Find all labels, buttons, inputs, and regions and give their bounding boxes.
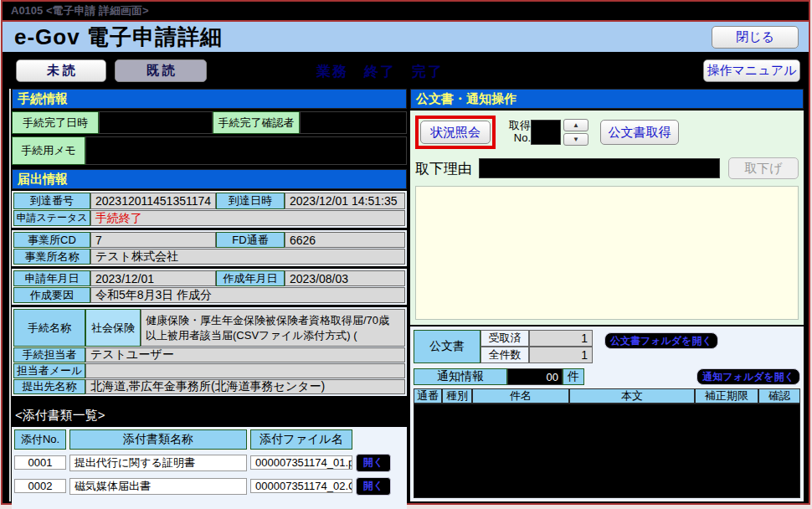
notice-col-confirm: 確認 — [758, 388, 800, 404]
notice-unit-label: 件 — [563, 368, 584, 385]
dest-value: 北海道,帯広年金事務所(北海道事務センター) — [85, 379, 405, 394]
reason-value: 令和5年8月3日 作成分 — [90, 287, 405, 303]
office-cd-label: 事業所CD — [13, 232, 90, 248]
procedure-name-group: 手続名称 社会保険 健康保険・厚生年金保険被保険者資格取得届/70歳以上被用者該… — [12, 307, 407, 396]
completed-at-field[interactable] — [99, 111, 213, 134]
total-label: 全件数 — [481, 347, 529, 363]
attach-row-no: 0002 — [14, 479, 66, 493]
attachments-heading: <添付書類一覧> — [15, 408, 407, 424]
table-filler — [14, 496, 404, 509]
attach-row-file: 000007351174_01.p — [250, 455, 352, 470]
proc-name-label: 手続名称 — [13, 309, 85, 347]
arrival-dt-value: 2023/12/01 14:51:35 — [285, 193, 405, 209]
arrival-group: 到達番号 202312011451351174 到達日時 2023/12/01 … — [12, 191, 407, 228]
proc-category: 社会保険 — [85, 309, 141, 347]
unread-button[interactable]: 未 読 — [16, 59, 106, 82]
confirmer-field[interactable] — [300, 111, 407, 134]
acquire-no-spinner: ▲ ▼ — [563, 119, 588, 146]
received-label: 受取済 — [481, 330, 529, 347]
attach-row-name: 磁気媒体届出書 — [69, 478, 247, 495]
office-cd-value: 7 — [90, 232, 216, 248]
create-date-value: 2023/08/03 — [285, 270, 405, 286]
arrival-no-label: 到達番号 — [13, 193, 90, 209]
withdraw-button[interactable]: 取下げ — [728, 157, 799, 179]
office-name-label: 事業所名称 — [13, 249, 90, 265]
system-label: A0105 <電子申請 詳細画面> — [11, 3, 149, 18]
official-doc-counts: 公文書 受取済 1 全件数 1 公文書フォルダを開く — [414, 330, 800, 363]
dates-group: 申請年月日 2023/12/01 作成年月日 2023/08/03 作成要因 令… — [12, 269, 407, 305]
doc-ops-header: 公文書・通知操作 — [410, 89, 804, 109]
left-panel: 手続情報 手続完了日時 手続完了確認者 手続用メモ 届出情報 到達番号 2023… — [9, 89, 407, 501]
open-file-button[interactable]: 開く — [356, 477, 391, 496]
main-content: 手続情報 手続完了日時 手続完了確認者 手続用メモ 届出情報 到達番号 2023… — [3, 89, 809, 501]
arrival-no-value: 202312011451351174 — [90, 193, 216, 209]
memo-field[interactable] — [85, 136, 407, 165]
toolbar: 未 読 既 読 業務 終了 完了 操作マニュアル — [3, 52, 809, 89]
doc-acquire-button[interactable]: 公文書取得 — [600, 120, 679, 145]
received-value: 1 — [529, 330, 593, 347]
report-info-header: 届出情報 — [12, 169, 407, 189]
status-inquiry-highlight: 状況照会 — [415, 116, 496, 149]
completed-at-label: 手続完了日時 — [12, 111, 99, 134]
office-name-value: テスト株式会社 — [90, 249, 405, 265]
staff-value: テストユーザー — [85, 347, 405, 362]
staff-mail-value — [85, 363, 405, 378]
reason-label: 作成要因 — [13, 287, 90, 303]
confirmer-label: 手続完了確認者 — [213, 111, 300, 134]
close-button[interactable]: 閉じる — [712, 26, 799, 49]
status-inquiry-button[interactable]: 状況照会 — [420, 121, 491, 144]
attachments-table: 添付No. 添付書類名称 添付ファイル名 0001 提出代行に関する証明書 00… — [12, 427, 407, 509]
spinner-up-icon[interactable]: ▲ — [563, 119, 588, 131]
memo-label: 手続用メモ — [12, 136, 85, 165]
status-value: 手続終了 — [90, 210, 405, 226]
open-file-button[interactable]: 開く — [356, 454, 391, 472]
staff-mail-label: 担当者メール — [13, 363, 85, 378]
ghost-status-text: 業務 終了 完了 — [316, 62, 444, 81]
notice-col-subject: 件名 — [472, 388, 569, 404]
office-group: 事業所CD 7 FD通番 6626 事業所名称 テスト株式会社 — [12, 230, 407, 266]
withdraw-detail-area[interactable] — [415, 186, 799, 320]
table-row: 0002 磁気媒体届出書 000007351174_02.C 開く — [14, 476, 404, 496]
notice-info-row: 通知情報 00 件 通知フォルダを開く — [414, 368, 800, 385]
attach-no-header: 添付No. — [14, 429, 66, 450]
fd-no-value: 6626 — [285, 232, 405, 248]
apply-date-value: 2023/12/01 — [90, 270, 216, 286]
page-title: e-Gov 電子申請詳細 — [14, 23, 712, 52]
open-notice-folder-button[interactable]: 通知フォルダを開く — [696, 368, 800, 385]
official-doc-label: 公文書 — [414, 330, 481, 363]
notice-col-no: 通番 — [414, 388, 442, 404]
procedure-info-header: 手続情報 — [12, 89, 407, 109]
attach-row-file: 000007351174_02.C — [250, 479, 352, 493]
table-row: 0001 提出代行に関する証明書 000007351174_01.p 開く — [14, 452, 404, 473]
arrival-dt-label: 到達日時 — [216, 193, 285, 209]
notice-table-header: 通番 種別 件名 本文 補正期限 確認 — [414, 388, 800, 404]
operation-manual-button[interactable]: 操作マニュアル — [703, 59, 800, 82]
total-value: 1 — [529, 347, 593, 363]
dest-label: 提出先名称 — [13, 379, 85, 394]
right-panel: 公文書・通知操作 状況照会 取得 No. ▲ ▼ 公文書取得 — [410, 89, 804, 501]
notice-table-body[interactable] — [414, 404, 800, 498]
notice-col-deadline: 補正期限 — [695, 388, 758, 404]
attach-row-name: 提出代行に関する証明書 — [69, 455, 247, 471]
spinner-down-icon[interactable]: ▼ — [563, 133, 588, 146]
apply-date-label: 申請年月日 — [13, 270, 90, 286]
staff-label: 手続担当者 — [13, 347, 85, 362]
fd-no-label: FD通番 — [216, 232, 285, 248]
proc-name-value: 健康保険・厚生年金保険被保険者資格取得届/70歳以上被用者該当届(CSVファイル… — [141, 309, 405, 347]
doc-notice-blue-area: 公文書 受取済 1 全件数 1 公文書フォルダを開く 通知情報 — [410, 326, 804, 501]
acquire-no-field[interactable] — [531, 120, 561, 145]
attach-file-header: 添付ファイル名 — [250, 429, 352, 450]
notice-info-label: 通知情報 — [414, 368, 507, 385]
withdraw-reason-field[interactable] — [479, 158, 720, 178]
notice-col-type: 種別 — [442, 388, 472, 404]
withdraw-reason-label: 取下理由 — [415, 159, 472, 178]
doc-ops-green-area: 状況照会 取得 No. ▲ ▼ 公文書取得 取下理由 — [410, 111, 804, 325]
notice-col-body: 本文 — [569, 388, 695, 404]
acquire-no-label: 取得 No. — [509, 120, 531, 145]
open-doc-folder-button[interactable]: 公文書フォルダを開く — [604, 332, 718, 349]
app-window: A0105 <電子申請 詳細画面> e-Gov 電子申請詳細 閉じる 未 読 既… — [1, 0, 810, 505]
create-date-label: 作成年月日 — [216, 270, 285, 286]
title-bar: e-Gov 電子申請詳細 閉じる — [3, 22, 809, 52]
read-button[interactable]: 既 読 — [115, 59, 207, 82]
status-label: 申請ステータス — [13, 210, 90, 226]
